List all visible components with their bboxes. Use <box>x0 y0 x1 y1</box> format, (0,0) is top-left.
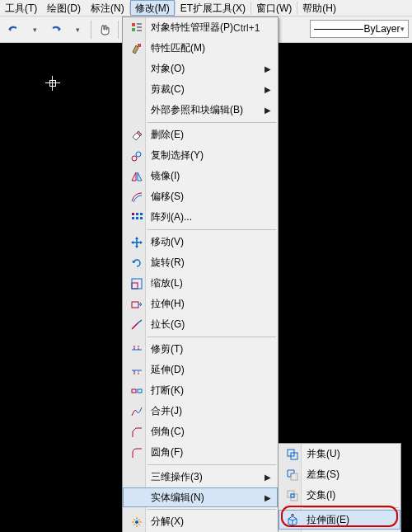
submenu-item-union[interactable]: 并集(U) <box>279 444 400 464</box>
menu-item-match[interactable]: 特性匹配(M) <box>123 38 278 59</box>
menu-label: 拉伸(H) <box>147 297 274 311</box>
chevron-down-icon: ▾ <box>400 25 405 33</box>
svg-point-6 <box>132 156 137 161</box>
crosshair-cursor-icon <box>45 76 60 91</box>
menu-item-trim[interactable]: 修剪(T) <box>123 339 278 360</box>
fillet-icon <box>130 446 143 459</box>
lengthen-icon <box>130 318 143 332</box>
submenu-item-intersect[interactable]: 交集(I) <box>279 485 400 506</box>
menu-item-rotate[interactable]: 旋转(R) <box>123 252 278 273</box>
menu-label: 偏移(S) <box>147 190 274 204</box>
menu-item-mirror[interactable]: 镜像(I) <box>123 166 278 186</box>
menu-draw[interactable]: 绘图(D) <box>42 0 86 16</box>
match-properties-icon <box>130 42 143 55</box>
svg-rect-11 <box>132 217 134 219</box>
submenu-arrow-icon: ▶ <box>265 106 274 115</box>
menu-item-copy[interactable]: 复制选择(Y) <box>123 145 278 166</box>
menu-label: 三维操作(3) <box>147 470 265 484</box>
submenu-arrow-icon: ▶ <box>265 473 274 482</box>
menu-label: 合并(J) <box>147 404 274 418</box>
extend-icon <box>130 364 143 377</box>
menu-label: 差集(S) <box>303 468 397 482</box>
menu-label: 对象特性管理器(P) <box>147 21 233 35</box>
erase-icon <box>130 129 143 142</box>
menu-item-clip[interactable]: 剪裁(C) ▶ <box>123 79 278 100</box>
intersect-icon <box>286 489 299 502</box>
toolbar-divider <box>91 21 91 39</box>
menu-dim[interactable]: 标注(N) <box>86 0 129 16</box>
svg-rect-9 <box>136 213 138 215</box>
menu-item-properties[interactable]: 对象特性管理器(P) Ctrl+1 <box>123 17 278 38</box>
menu-et[interactable]: ET扩展工具(X) <box>176 0 250 16</box>
menu-item-chamfer[interactable]: 倒角(C) <box>123 421 278 442</box>
menu-modify[interactable]: 修改(M) <box>130 0 175 16</box>
submenu-arrow-icon: ▶ <box>265 85 274 94</box>
scale-icon <box>130 277 143 290</box>
menu-label: 延伸(D) <box>147 363 274 377</box>
menu-separator <box>147 122 276 123</box>
subtract-icon <box>286 468 299 482</box>
svg-rect-3 <box>137 26 142 28</box>
rotate-icon <box>130 257 143 270</box>
solidedit-submenu: 并集(U) 差集(S) 交集(I) 拉伸面(E) 移动面(M) 偏移面(O) <box>278 443 401 532</box>
undo-button[interactable] <box>3 20 23 40</box>
svg-rect-2 <box>137 23 142 25</box>
submenu-item-extrudeface[interactable]: 拉伸面(E) <box>279 510 400 530</box>
menu-separator <box>147 509 276 510</box>
menu-item-offset[interactable]: 偏移(S) <box>123 186 278 207</box>
menu-item-array[interactable]: 阵列(A)... <box>123 207 278 228</box>
svg-rect-14 <box>132 283 138 289</box>
menu-label: 对象(O) <box>147 62 265 76</box>
linetype-bylayer-dropdown[interactable]: ByLayer ▾ <box>310 20 409 38</box>
explode-icon <box>130 516 143 529</box>
pan-button[interactable] <box>95 20 115 40</box>
break-icon <box>130 384 143 398</box>
svg-rect-1 <box>132 28 135 31</box>
menu-label: 外部参照和块编辑(B) <box>147 103 265 117</box>
dropdown-chevron-icon[interactable]: ▾ <box>68 20 87 40</box>
menu-item-solidedit[interactable]: 实体编辑(N) ▶ <box>123 487 278 507</box>
union-icon <box>286 448 299 461</box>
menu-item-stretch[interactable]: 拉伸(H) <box>123 294 278 314</box>
offset-icon <box>130 191 143 204</box>
menu-shortcut: Ctrl+1 <box>233 22 274 34</box>
dropdown-chevron-icon[interactable]: ▾ <box>25 20 44 40</box>
menu-separator <box>303 507 399 508</box>
extrude-face-icon <box>286 513 299 526</box>
menu-item-lengthen[interactable]: 拉长(G) <box>123 314 278 335</box>
menu-item-fillet[interactable]: 圆角(F) <box>123 442 278 463</box>
menu-label: 旋转(R) <box>147 256 274 270</box>
menu-item-explode[interactable]: 分解(X) <box>123 511 278 532</box>
menu-item-extend[interactable]: 延伸(D) <box>123 360 278 380</box>
svg-rect-25 <box>291 494 294 497</box>
toolbar-divider <box>118 21 119 39</box>
menu-label: 阵列(A)... <box>147 210 274 224</box>
menu-window[interactable]: 窗口(W) <box>251 0 297 16</box>
menu-item-break[interactable]: 打断(K) <box>123 380 278 401</box>
modify-menu: 对象特性管理器(P) Ctrl+1 特性匹配(M) 对象(O) ▶ 剪裁(C) … <box>122 16 279 532</box>
menu-help[interactable]: 帮助(H) <box>297 0 341 16</box>
submenu-arrow-icon: ▶ <box>265 64 274 73</box>
svg-rect-10 <box>140 213 143 215</box>
submenu-item-subtract[interactable]: 差集(S) <box>279 464 400 485</box>
menu-item-join[interactable]: 合并(J) <box>123 401 278 421</box>
menu-item-move[interactable]: 移动(V) <box>123 232 278 252</box>
bylayer-label: ByLayer <box>363 23 400 35</box>
menu-label: 移动(V) <box>147 235 274 249</box>
menu-label: 修剪(T) <box>147 342 274 356</box>
menu-item-xref[interactable]: 外部参照和块编辑(B) ▶ <box>123 100 278 120</box>
menu-label: 拉长(G) <box>147 318 274 332</box>
svg-rect-15 <box>132 279 142 289</box>
menu-label: 打断(K) <box>147 384 274 398</box>
menu-item-object[interactable]: 对象(O) ▶ <box>123 59 278 79</box>
redo-button[interactable] <box>46 20 66 40</box>
menu-item-scale[interactable]: 缩放(L) <box>123 273 278 294</box>
svg-rect-5 <box>138 44 141 47</box>
menu-tools[interactable]: 工具(T) <box>0 0 42 16</box>
menu-item-erase[interactable]: 删除(E) <box>123 125 278 145</box>
stretch-icon <box>130 298 143 311</box>
copy-icon <box>130 149 143 162</box>
menu-separator <box>147 337 276 337</box>
svg-rect-12 <box>136 217 138 219</box>
menu-item-3dops[interactable]: 三维操作(3) ▶ <box>123 467 278 487</box>
